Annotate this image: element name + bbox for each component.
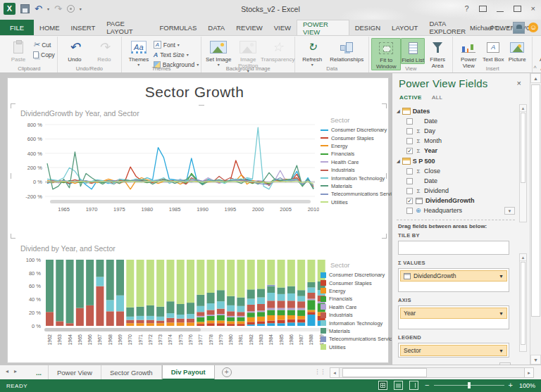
zoom-out-icon[interactable]: − bbox=[425, 381, 429, 389]
zoom-level[interactable]: 100% bbox=[519, 382, 535, 389]
sheet-nav-next-icon[interactable]: ▸ bbox=[14, 368, 17, 374]
checkbox[interactable] bbox=[406, 118, 413, 125]
tab-power-view[interactable]: POWER VIEW bbox=[297, 20, 349, 35]
font-button[interactable]: AFont▾ bbox=[154, 40, 199, 49]
field-row-day[interactable]: ΣDay bbox=[397, 126, 515, 136]
normal-view-button[interactable] bbox=[378, 381, 387, 390]
tab-view[interactable]: VIEW bbox=[268, 20, 297, 35]
field-chip-year[interactable]: Year▼ bbox=[400, 308, 507, 319]
legend-item[interactable]: Telecommunications Services bbox=[321, 335, 385, 343]
tab-review[interactable]: REVIEW bbox=[230, 20, 268, 35]
expand-triangle-icon[interactable]: ◢ bbox=[397, 108, 400, 113]
sheet-tab-div-payout[interactable]: Div Payout bbox=[162, 365, 215, 380]
scroll-down-icon[interactable]: ▼ bbox=[530, 355, 541, 365]
checkbox[interactable] bbox=[406, 138, 413, 144]
cut-button[interactable]: ✂Cut bbox=[33, 40, 55, 49]
scrollbar-track[interactable] bbox=[340, 367, 524, 378]
selection-handle[interactable] bbox=[199, 105, 204, 106]
legend-item[interactable]: Materials bbox=[321, 327, 385, 335]
checkbox[interactable] bbox=[406, 188, 413, 194]
bar-chart-tile[interactable]: Dividend by Year, and Sector 0 %20 %40 %… bbox=[12, 243, 385, 361]
tab-insert[interactable]: INSERT bbox=[66, 20, 101, 35]
tab-page-layout[interactable]: PAGE LAYOUT bbox=[101, 20, 154, 35]
avatar[interactable] bbox=[513, 22, 525, 34]
legend-item[interactable]: Industrials bbox=[321, 166, 385, 174]
field-chip-sector[interactable]: Sector▼ bbox=[400, 345, 507, 356]
account-name[interactable]: Michael T... bbox=[470, 24, 504, 32]
legend-item[interactable]: Health Care bbox=[321, 303, 385, 311]
close-icon[interactable]: × bbox=[531, 4, 535, 13]
area-box[interactable] bbox=[398, 241, 509, 255]
scroll-right-icon[interactable]: ▸ bbox=[524, 367, 534, 378]
line-chart[interactable]: 800 %600 %400 %200 %0 %-200 %19651970197… bbox=[13, 120, 319, 215]
field-row-month[interactable]: ΣMonth bbox=[397, 136, 515, 146]
tab-design[interactable]: DESIGN bbox=[349, 20, 386, 35]
legend-item[interactable]: Utilities bbox=[321, 343, 385, 351]
field-row-date[interactable]: Date bbox=[397, 116, 515, 126]
legend-item[interactable]: Industrials bbox=[321, 311, 385, 319]
account-area[interactable]: Michael T... ▾ ☺ bbox=[470, 20, 538, 35]
text-size-button[interactable]: AText Size▾ bbox=[154, 50, 199, 59]
checkbox[interactable]: ✓ bbox=[406, 148, 413, 154]
page-layout-button[interactable] bbox=[394, 381, 403, 390]
copy-button[interactable]: Copy bbox=[33, 50, 55, 59]
field-group-dates[interactable]: ◢Dates bbox=[397, 106, 515, 116]
scrollbar-thumb[interactable] bbox=[521, 113, 526, 183]
bar-chart[interactable]: 0 %20 %40 %60 %80 %100 %1962196319641965… bbox=[13, 255, 332, 362]
chip-dropdown-icon[interactable]: ▼ bbox=[499, 274, 504, 279]
field-row-dividendgrowth[interactable]: ✓DividendGrowth bbox=[397, 196, 515, 206]
legend-item[interactable]: Financials bbox=[321, 150, 385, 158]
legend-item[interactable]: Consumer Discretionary bbox=[321, 126, 385, 134]
bar-chart-legend[interactable]: Sector Consumer DiscretionaryConsumer St… bbox=[321, 261, 385, 351]
checkbox[interactable] bbox=[406, 128, 413, 134]
line-chart-tile[interactable]: DividendGrowth by Year, and Sector 800 %… bbox=[12, 108, 385, 239]
drag-areas-scrollbar[interactable]: ▲ bbox=[519, 253, 527, 352]
field-row-date[interactable]: Date bbox=[397, 176, 515, 186]
power-view-button[interactable]: Power View bbox=[455, 38, 482, 69]
field-list-scrollbar[interactable]: ▲ bbox=[519, 104, 527, 222]
arrange-button[interactable]: Arrange▾ bbox=[535, 38, 541, 67]
themes-button[interactable]: Aa Themes▾ bbox=[124, 38, 154, 67]
tab-formulas[interactable]: FORMULAS bbox=[154, 20, 202, 35]
filters-area-button[interactable]: Filters Area bbox=[425, 38, 450, 69]
field-list-button[interactable]: Field List bbox=[401, 38, 425, 64]
power-view-canvas[interactable]: Sector Growth DividendGrowth by Year, an… bbox=[7, 77, 389, 363]
legend-item[interactable]: Information Technology bbox=[321, 174, 385, 182]
checkbox[interactable] bbox=[406, 168, 413, 175]
tab-active[interactable]: ACTIVE bbox=[399, 94, 422, 101]
new-sheet-icon[interactable]: + bbox=[222, 367, 232, 377]
scrollbar-thumb[interactable] bbox=[521, 262, 526, 345]
checkbox[interactable] bbox=[406, 178, 413, 184]
tab-data[interactable]: DATA bbox=[202, 20, 230, 35]
legend-item[interactable]: Financials bbox=[321, 295, 385, 303]
legend-item[interactable]: Consumer Staples bbox=[321, 279, 385, 286]
help-icon[interactable]: ? bbox=[464, 4, 468, 13]
legend-item[interactable]: Energy bbox=[321, 142, 385, 150]
field-group-s-p-500[interactable]: ◢S P 500 bbox=[397, 156, 515, 166]
panel-vertical-scrollbar[interactable]: ▲ ▼ bbox=[530, 73, 541, 365]
expand-triangle-icon[interactable]: ◢ bbox=[397, 158, 400, 163]
legend-item[interactable]: Consumer Staples bbox=[321, 134, 385, 141]
field-chip-dividendgrowth[interactable]: DividendGrowth▼ bbox=[400, 270, 507, 282]
selection-handle[interactable] bbox=[11, 173, 11, 179]
field-row-close[interactable]: ΣClose bbox=[397, 166, 515, 176]
scrollbar-thumb[interactable] bbox=[342, 368, 427, 377]
zoom-slider[interactable] bbox=[434, 385, 504, 386]
checkbox[interactable] bbox=[406, 208, 413, 214]
legend-item[interactable]: Materials bbox=[321, 182, 385, 190]
scrollbar-thumb[interactable] bbox=[531, 84, 540, 317]
scroll-up-icon[interactable]: ▲ bbox=[520, 254, 526, 261]
ribbon-display-icon[interactable] bbox=[479, 6, 487, 12]
restore-icon[interactable] bbox=[514, 6, 521, 12]
tab-file[interactable]: FILE bbox=[0, 20, 34, 35]
tab-layout[interactable]: LAYOUT bbox=[386, 20, 423, 35]
sheet-tab-power-view[interactable]: Power View bbox=[49, 365, 101, 380]
chip-dropdown-icon[interactable]: ▼ bbox=[499, 348, 504, 353]
selection-handle[interactable] bbox=[386, 173, 387, 179]
page-break-preview-button[interactable] bbox=[409, 381, 418, 390]
report-title[interactable]: Sector Growth bbox=[8, 84, 381, 101]
sheet-nav-prev-icon[interactable]: ◂ bbox=[6, 368, 8, 374]
legend-item[interactable]: Health Care bbox=[321, 158, 385, 166]
minimize-icon[interactable] bbox=[497, 11, 504, 12]
zoom-slider-thumb[interactable] bbox=[468, 382, 471, 388]
